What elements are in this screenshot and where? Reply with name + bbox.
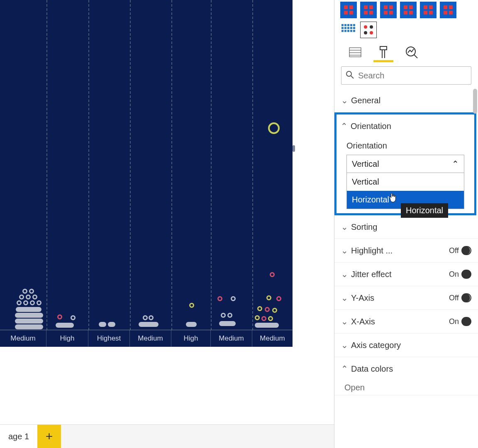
page-tabs: age 1 + xyxy=(0,424,334,448)
section-label: Axis category xyxy=(351,341,401,350)
xaxis-toggle[interactable]: On xyxy=(449,317,471,326)
section-orientation[interactable]: ⌃ Orientation xyxy=(337,114,474,138)
svg-rect-16 xyxy=(424,5,427,9)
custom-visual-icon[interactable] xyxy=(420,2,437,18)
pane-scrollbar[interactable] xyxy=(473,89,477,448)
orientation-select[interactable]: Vertical ⌃ xyxy=(346,155,464,173)
custom-visual-icon[interactable] xyxy=(340,22,357,38)
svg-rect-11 xyxy=(389,11,393,15)
cursor-hand-icon xyxy=(388,192,398,203)
custom-visual-icon[interactable] xyxy=(400,2,417,18)
svg-line-51 xyxy=(414,55,417,58)
svg-rect-35 xyxy=(344,30,346,32)
page-tab[interactable]: age 1 xyxy=(0,425,37,448)
fields-tab[interactable] xyxy=(347,44,363,61)
svg-rect-47 xyxy=(380,46,387,50)
svg-rect-33 xyxy=(353,27,355,29)
format-pane-tabs xyxy=(334,41,478,61)
section-highlight[interactable]: ⌄ Highlight ... Off xyxy=(334,239,478,262)
report-canvas[interactable]: Medium High Highest Medium High Medium M… xyxy=(0,0,334,348)
custom-visual-icon[interactable] xyxy=(440,2,456,18)
chart-cluster xyxy=(15,289,44,330)
svg-rect-27 xyxy=(350,24,352,26)
section-general[interactable]: ⌄ General xyxy=(334,89,478,112)
orientation-option-vertical[interactable]: Vertical xyxy=(347,173,464,191)
section-sorting[interactable]: ⌄ Sorting xyxy=(334,215,478,239)
svg-rect-17 xyxy=(429,5,433,9)
report-canvas-wrap: Medium High Highest Medium High Medium M… xyxy=(0,0,334,448)
section-label: General xyxy=(351,96,380,105)
section-data-colors[interactable]: ⌃ Data colors xyxy=(334,357,478,380)
svg-rect-24 xyxy=(341,24,344,26)
chevron-up-icon: ⌃ xyxy=(341,121,346,131)
svg-rect-23 xyxy=(449,11,453,15)
svg-point-42 xyxy=(370,31,373,34)
custom-visual-icon[interactable] xyxy=(380,2,397,18)
svg-rect-36 xyxy=(347,30,349,32)
search-input[interactable] xyxy=(358,71,467,80)
svg-rect-3 xyxy=(349,11,353,15)
svg-rect-18 xyxy=(424,11,427,15)
svg-rect-25 xyxy=(344,24,346,26)
svg-point-40 xyxy=(370,25,373,29)
svg-line-53 xyxy=(351,76,354,78)
section-y-axis[interactable]: ⌄ Y-Axis Off xyxy=(334,286,478,309)
orientation-dropdown: Vertical Horizontal Horizontal xyxy=(346,173,464,209)
svg-rect-21 xyxy=(449,5,453,9)
svg-rect-37 xyxy=(350,30,352,32)
svg-rect-0 xyxy=(344,5,348,9)
svg-rect-43 xyxy=(349,48,361,57)
svg-rect-19 xyxy=(429,11,433,15)
add-page-button[interactable]: + xyxy=(37,425,61,448)
yaxis-toggle[interactable]: Off xyxy=(449,293,471,302)
orientation-option-horizontal[interactable]: Horizontal Horizontal xyxy=(347,191,464,209)
chevron-up-icon: ⌃ xyxy=(341,364,347,374)
visual-type-gallery xyxy=(334,0,478,41)
chevron-down-icon: ⌄ xyxy=(341,317,347,326)
x-label: Medium xyxy=(252,330,293,347)
section-label: Highlight ... xyxy=(351,246,393,256)
svg-rect-2 xyxy=(344,11,348,15)
x-label: Medium xyxy=(130,330,171,347)
format-sections-scroll[interactable]: ⌄ General ⌃ Orientation Orientation Vert… xyxy=(334,89,478,448)
svg-rect-12 xyxy=(404,5,407,9)
svg-rect-10 xyxy=(384,11,388,15)
x-label: Medium xyxy=(211,330,252,347)
custom-visual-icon[interactable] xyxy=(340,2,357,18)
section-x-axis[interactable]: ⌄ X-Axis On xyxy=(334,310,478,333)
custom-visual-icon[interactable] xyxy=(360,22,377,38)
chart-gridlines xyxy=(0,0,293,330)
section-jitter[interactable]: ⌄ Jitter effect On xyxy=(334,263,478,286)
svg-point-41 xyxy=(364,31,367,34)
chevron-down-icon: ⌄ xyxy=(341,95,347,105)
svg-rect-32 xyxy=(350,27,352,29)
strip-plot-visual[interactable]: Medium High Highest Medium High Medium M… xyxy=(0,0,293,347)
chart-point[interactable] xyxy=(270,272,275,277)
visualizations-pane: ⌄ General ⌃ Orientation Orientation Vert… xyxy=(334,0,478,448)
svg-rect-26 xyxy=(347,24,349,26)
section-label: Orientation xyxy=(351,122,391,131)
section-orientation-highlight: ⌃ Orientation Orientation Vertical ⌃ Ver… xyxy=(334,112,476,215)
format-search[interactable] xyxy=(341,66,471,85)
format-tab[interactable] xyxy=(375,44,392,61)
section-label: Sorting xyxy=(351,222,377,232)
jitter-toggle[interactable]: On xyxy=(449,270,471,279)
svg-rect-8 xyxy=(384,5,388,9)
chevron-down-icon: ⌄ xyxy=(341,269,347,279)
x-label: High xyxy=(46,330,88,347)
chevron-up-icon: ⌃ xyxy=(452,159,459,169)
x-axis-labels: Medium High Highest Medium High Medium M… xyxy=(0,330,293,347)
highlight-toggle[interactable]: Off xyxy=(449,246,471,255)
chevron-down-icon: ⌄ xyxy=(341,293,347,303)
analytics-tab[interactable] xyxy=(403,44,420,61)
custom-visual-icon[interactable] xyxy=(360,2,377,18)
orientation-tooltip: Horizontal xyxy=(401,203,448,218)
visual-scrollbar[interactable] xyxy=(293,0,295,347)
svg-rect-34 xyxy=(341,30,344,32)
svg-rect-38 xyxy=(353,30,355,32)
chart-point-outlier[interactable] xyxy=(268,122,280,134)
svg-rect-22 xyxy=(444,11,447,15)
section-axis-category[interactable]: ⌄ Axis category xyxy=(334,334,478,357)
svg-rect-1 xyxy=(349,5,353,9)
data-colors-item: Open xyxy=(334,380,478,395)
